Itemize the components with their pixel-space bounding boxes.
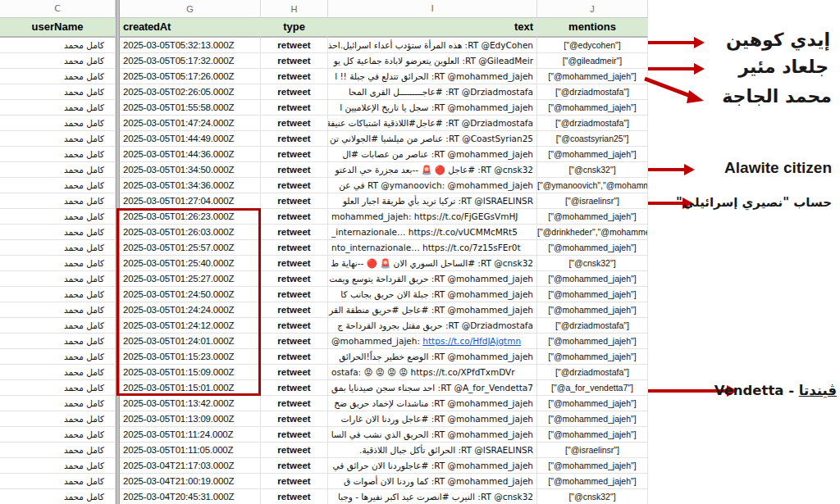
cell-username[interactable]: كامل محمد bbox=[0, 365, 116, 380]
cell-text[interactable]: RT @mohammed_jajeh: #عاجل وردنا الان غار… bbox=[328, 411, 537, 427]
tweet-link[interactable]: https://t.co/HfdJAjgtmn bbox=[422, 336, 521, 346]
cell-mentions[interactable]: ["@mohammed_jajeh"] bbox=[537, 271, 648, 287]
cell-text[interactable]: RT @mohammed_jajeh: مناشدات لإخماد حريق … bbox=[328, 396, 537, 411]
column-header-g[interactable]: G bbox=[120, 0, 261, 18]
cell-text[interactable]: RT @A_for_Vendetta7: احد سجناء سجن صيدنا… bbox=[328, 380, 537, 396]
cell-username[interactable]: كامل محمد bbox=[0, 380, 116, 396]
cell-createdat[interactable]: 2025-03-05T01:13:09.000Z bbox=[120, 411, 261, 427]
cell-createdat[interactable]: 2025-03-04T21:00:19.000Z bbox=[120, 474, 261, 489]
cell-mentions[interactable]: ["@ymanoovich","@mohammed_jajeh"] bbox=[537, 178, 648, 193]
cell-createdat[interactable]: 2025-03-05T01:24:12.000Z bbox=[120, 318, 261, 334]
cell-text[interactable]: RT @cnsk32: #عاجل 🔴 🚨 --بعد مجزرة حي الد… bbox=[328, 162, 537, 178]
cell-username[interactable]: كامل محمد bbox=[0, 131, 116, 147]
cell-mentions[interactable]: ["@drziadmostafa"] bbox=[537, 318, 648, 334]
cell-username[interactable]: كامل محمد bbox=[0, 256, 116, 271]
cell-text[interactable]: RT @mohammed_jajeh: #عاجل #حريق منطقة ال… bbox=[328, 302, 537, 318]
cell-mentions[interactable]: ["@drziadmostafa"] bbox=[537, 365, 648, 380]
cell-type[interactable]: retweet bbox=[261, 396, 328, 411]
cell-mentions[interactable]: ["@mohammed_jajeh"] bbox=[537, 287, 648, 302]
cell-type[interactable]: retweet bbox=[261, 349, 328, 365]
cell-createdat[interactable]: 2025-03-05T01:34:36.000Z bbox=[120, 178, 261, 193]
cell-text[interactable]: RT @CoastSyrian25: عناصر من ميلشيا #الجو… bbox=[328, 131, 537, 147]
cell-text[interactable]: RT @EdyCohen: هذه المرأة ستؤدب أعداء اسر… bbox=[328, 38, 537, 53]
cell-type[interactable]: retweet bbox=[261, 256, 328, 271]
header-username[interactable]: userName bbox=[0, 18, 116, 38]
cell-type[interactable]: retweet bbox=[261, 193, 328, 209]
cell-text[interactable]: RT @ISRAELINSR: الحرائق تأكل جبال اللاذق… bbox=[328, 443, 537, 458]
cell-createdat[interactable]: 2025-03-05T02:26:05.000Z bbox=[120, 84, 261, 100]
cell-createdat[interactable]: 2025-03-05T01:47:24.000Z bbox=[120, 116, 261, 131]
cell-username[interactable]: كامل محمد bbox=[0, 334, 116, 349]
cell-mentions[interactable]: ["@a_for_vendetta7"] bbox=[537, 380, 648, 396]
cell-username[interactable]: كامل محمد bbox=[0, 116, 116, 131]
cell-text[interactable]: RT @mohammed_jajeh: جبلة الان حريق بجانب… bbox=[328, 287, 537, 302]
column-header-h[interactable]: H bbox=[261, 0, 328, 18]
cell-type[interactable]: retweet bbox=[261, 69, 328, 84]
cell-mentions[interactable]: ["@cnsk32"] bbox=[537, 162, 648, 178]
cell-text[interactable]: RT @mohammed_jajeh: عناصر من عصابات #ال bbox=[328, 147, 537, 162]
cell-type[interactable]: retweet bbox=[261, 458, 328, 474]
cell-createdat[interactable]: 2025-03-05T01:11:24.000Z bbox=[120, 427, 261, 443]
cell-createdat[interactable]: 2025-03-04T21:17:03.000Z bbox=[120, 458, 261, 474]
cell-type[interactable]: retweet bbox=[261, 225, 328, 240]
cell-type[interactable]: retweet bbox=[261, 380, 328, 396]
cell-mentions[interactable]: ["@mohammed_jajeh"] bbox=[537, 147, 648, 162]
cell-username[interactable]: كامل محمد bbox=[0, 474, 116, 489]
cell-type[interactable]: retweet bbox=[261, 302, 328, 318]
cell-text[interactable]: ostafa: 😡 😡 😡 😡 https://t.co/XPfdTxmDVr bbox=[328, 365, 537, 380]
cell-mentions[interactable]: ["@mohammed_jajeh"] bbox=[537, 411, 648, 427]
cell-username[interactable]: كامل محمد bbox=[0, 225, 116, 240]
cell-createdat[interactable]: 2025-03-04T20:45:31.000Z bbox=[120, 489, 261, 504]
cell-username[interactable]: كامل محمد bbox=[0, 458, 116, 474]
cell-type[interactable]: retweet bbox=[261, 334, 328, 349]
cell-type[interactable]: retweet bbox=[261, 287, 328, 302]
cell-text[interactable]: RT @GileadMeir: العلوين يتعرضو لابادة جم… bbox=[328, 53, 537, 69]
cell-createdat[interactable]: 2025-03-05T01:55:58.000Z bbox=[120, 100, 261, 116]
cell-username[interactable]: كامل محمد bbox=[0, 162, 116, 178]
cell-mentions[interactable]: ["@mohammed_jajeh"] bbox=[537, 349, 648, 365]
header-type[interactable]: type bbox=[261, 18, 328, 38]
cell-type[interactable]: retweet bbox=[261, 38, 328, 53]
cell-createdat[interactable]: 2025-03-05T01:15:01.000Z bbox=[120, 380, 261, 396]
column-header-c[interactable]: C bbox=[0, 0, 116, 18]
cell-mentions[interactable]: ["@mohammed_jajeh"] bbox=[537, 209, 648, 225]
cell-mentions[interactable]: ["@israelinsr"] bbox=[537, 443, 648, 458]
cell-type[interactable]: retweet bbox=[261, 53, 328, 69]
cell-type[interactable]: retweet bbox=[261, 147, 328, 162]
cell-mentions[interactable]: ["@mohammed_jajeh"] bbox=[537, 458, 648, 474]
cell-text[interactable]: RT @mohammed_jajeh: سجل يا تاريخ الإعلام… bbox=[328, 100, 537, 116]
cell-username[interactable]: كامل محمد bbox=[0, 100, 116, 116]
cell-createdat[interactable]: 2025-03-05T05:17:26.000Z bbox=[120, 69, 261, 84]
cell-username[interactable]: كامل محمد bbox=[0, 396, 116, 411]
cell-text[interactable]: RT @ymanoovich: @mohammed_jajeh في عن bbox=[328, 178, 537, 193]
cell-createdat[interactable]: 2025-03-05T05:17:32.000Z bbox=[120, 53, 261, 69]
cell-username[interactable]: كامل محمد bbox=[0, 427, 116, 443]
cell-text[interactable]: RT @ISRAELINSR: تركيا تريد بأي طريقة اجب… bbox=[328, 193, 537, 209]
cell-createdat[interactable]: 2025-03-05T01:25:27.000Z bbox=[120, 271, 261, 287]
cell-text[interactable]: RT @cnsk32: #الساحل السوري الان 🚨 🔴 --نه… bbox=[328, 256, 537, 271]
cell-mentions[interactable]: ["@mohammed_jajeh"] bbox=[537, 474, 648, 489]
cell-type[interactable]: retweet bbox=[261, 427, 328, 443]
cell-createdat[interactable]: 2025-03-05T01:11:05.000Z bbox=[120, 443, 261, 458]
cell-createdat[interactable]: 2025-03-05T01:15:09.000Z bbox=[120, 365, 261, 380]
cell-username[interactable]: كامل محمد bbox=[0, 178, 116, 193]
cell-username[interactable]: كامل محمد bbox=[0, 302, 116, 318]
column-header-j[interactable]: J bbox=[537, 0, 648, 18]
cell-type[interactable]: retweet bbox=[261, 240, 328, 256]
cell-createdat[interactable]: 2025-03-05T01:15:23.000Z bbox=[120, 349, 261, 365]
cell-mentions[interactable]: ["@mohammed_jajeh"] bbox=[537, 396, 648, 411]
cell-mentions[interactable]: ["@cnsk32"] bbox=[537, 256, 648, 271]
cell-mentions[interactable]: ["@mohammed_jajeh"] bbox=[537, 240, 648, 256]
cell-text[interactable]: RT @mohammed_jajeh: #عاجلوردنا الان حرائ… bbox=[328, 458, 537, 474]
cell-mentions[interactable]: ["@mohammed_jajeh"] bbox=[537, 69, 648, 84]
cell-mentions[interactable]: ["@cnsk32"] bbox=[537, 489, 648, 504]
cell-type[interactable]: retweet bbox=[261, 365, 328, 380]
header-text[interactable]: text bbox=[328, 18, 537, 38]
cell-mentions[interactable]: ["@israelinsr"] bbox=[537, 193, 648, 209]
cell-type[interactable]: retweet bbox=[261, 209, 328, 225]
cell-createdat[interactable]: 2025-03-05T01:13:42.000Z bbox=[120, 396, 261, 411]
cell-username[interactable]: كامل محمد bbox=[0, 443, 116, 458]
cell-text[interactable]: RT @Drziadmostafa: حريق مقتل بجرود القرد… bbox=[328, 318, 537, 334]
cell-username[interactable]: كامل محمد bbox=[0, 287, 116, 302]
header-createdat[interactable]: createdAt bbox=[120, 18, 261, 38]
